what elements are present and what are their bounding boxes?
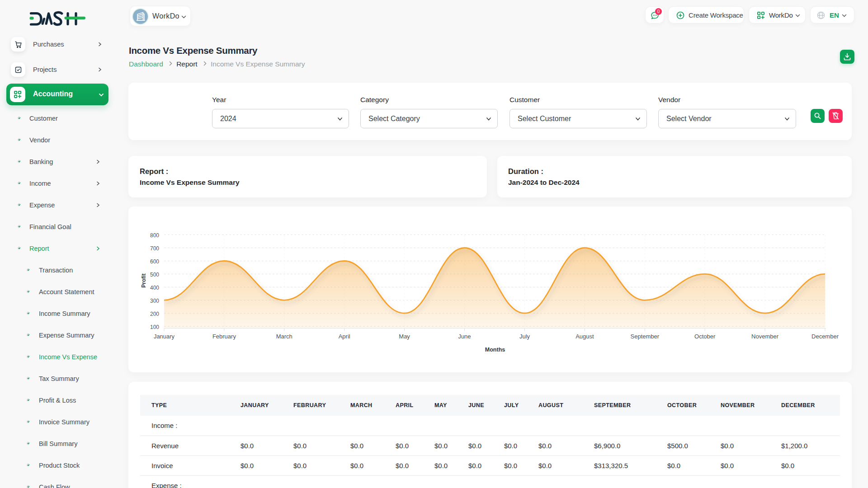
svg-text:September: September: [631, 333, 660, 340]
svg-text:400: 400: [150, 285, 159, 291]
svg-text:Months: Months: [485, 347, 505, 353]
svg-text:February: February: [212, 333, 236, 340]
svg-text:April: April: [339, 333, 350, 340]
svg-text:600: 600: [150, 258, 159, 265]
svg-text:700: 700: [150, 245, 159, 252]
svg-text:500: 500: [150, 272, 159, 278]
svg-text:May: May: [399, 333, 410, 340]
svg-text:October: October: [694, 333, 716, 340]
svg-text:200: 200: [150, 311, 159, 317]
svg-text:Profit: Profit: [141, 273, 147, 287]
svg-text:June: June: [458, 333, 471, 340]
svg-text:300: 300: [150, 298, 159, 304]
svg-text:March: March: [276, 333, 292, 340]
svg-text:100: 100: [150, 324, 159, 330]
svg-text:July: July: [519, 333, 530, 340]
svg-text:800: 800: [150, 232, 159, 239]
svg-text:December: December: [811, 333, 839, 340]
svg-text:August: August: [576, 333, 594, 340]
svg-text:January: January: [154, 333, 175, 340]
svg-text:November: November: [751, 333, 779, 340]
